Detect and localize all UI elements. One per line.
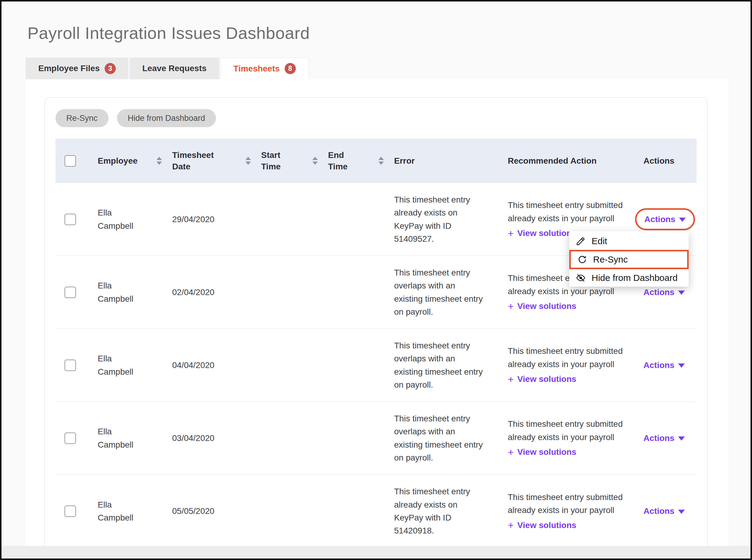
error-text: This timesheet entry overlaps with an ex… bbox=[394, 339, 486, 392]
table-header: Employee Timesheet Date Start Time End T… bbox=[56, 139, 696, 183]
tab-timesheets[interactable]: Timesheets 8 bbox=[220, 58, 309, 79]
row-checkbox[interactable] bbox=[64, 505, 76, 517]
tab-leave-requests[interactable]: Leave Requests bbox=[130, 58, 219, 79]
sort-icon[interactable] bbox=[378, 157, 384, 165]
sort-icon[interactable] bbox=[312, 157, 318, 165]
tab-label: Leave Requests bbox=[142, 64, 206, 73]
employee-name: Ella Campbell bbox=[98, 279, 143, 305]
recommended-action-text: This timesheet entry submitted already e… bbox=[508, 491, 627, 517]
timesheet-date: 03/04/2020 bbox=[172, 434, 214, 443]
timesheet-date: 05/05/2020 bbox=[172, 506, 214, 516]
column-header-end-time: End Time bbox=[328, 149, 394, 173]
hide-from-dashboard-button[interactable]: Hide from Dashboard bbox=[117, 109, 216, 127]
sort-icon[interactable] bbox=[245, 157, 251, 165]
row-checkbox[interactable] bbox=[64, 214, 76, 225]
actions-button[interactable]: Actions bbox=[644, 359, 685, 372]
menu-item-resync[interactable]: Re-Sync bbox=[569, 250, 689, 269]
actions-button[interactable]: Actions bbox=[644, 286, 685, 299]
error-text: This timesheet entry overlaps with an ex… bbox=[394, 266, 486, 319]
tab-label: Employee Files bbox=[38, 64, 100, 73]
caret-down-icon bbox=[678, 291, 685, 295]
plus-icon: + bbox=[508, 301, 514, 311]
column-header-employee: Employee bbox=[98, 156, 172, 166]
column-header-start-time: Start Time bbox=[261, 149, 328, 173]
column-header-timesheet-date: Timesheet Date bbox=[172, 149, 261, 173]
timesheet-date: 04/04/2020 bbox=[172, 360, 214, 370]
tab-badge: 8 bbox=[285, 63, 296, 74]
resync-icon bbox=[577, 255, 587, 264]
caret-down-icon bbox=[678, 363, 685, 368]
plus-icon: + bbox=[508, 447, 514, 457]
row-checkbox[interactable] bbox=[64, 433, 76, 444]
column-header-actions: Actions bbox=[644, 156, 697, 166]
table-row: Ella Campbell 04/04/2020 This timesheet … bbox=[56, 329, 696, 402]
recommended-action-text: This timesheet entry submitted already e… bbox=[508, 199, 627, 225]
bulk-actions-toolbar: Re-Sync Hide from Dashboard bbox=[56, 109, 696, 127]
view-solutions-link[interactable]: + View solutions bbox=[508, 519, 644, 532]
recommended-action-text: This timesheet entry submitted already e… bbox=[508, 417, 627, 444]
actions-button[interactable]: Actions bbox=[644, 504, 685, 518]
page-bottom-strip bbox=[1, 546, 751, 559]
view-solutions-link[interactable]: + View solutions bbox=[508, 445, 644, 458]
employee-name: Ella Campbell bbox=[98, 498, 143, 524]
table-row: Ella Campbell 05/05/2020 This timesheet … bbox=[56, 475, 696, 546]
plus-icon: + bbox=[508, 520, 514, 530]
column-header-recommended-action: Recommended Action bbox=[508, 156, 644, 166]
select-all-checkbox[interactable] bbox=[64, 155, 76, 167]
tab-badge: 3 bbox=[105, 63, 116, 74]
tab-employee-files[interactable]: Employee Files 3 bbox=[26, 58, 128, 79]
plus-icon: + bbox=[508, 228, 514, 238]
recommended-action-text: This timesheet entry submitted already e… bbox=[508, 344, 627, 371]
column-header-error: Error bbox=[394, 156, 508, 166]
view-solutions-link[interactable]: + View solutions bbox=[508, 373, 644, 385]
plus-icon: + bbox=[508, 374, 514, 384]
timesheet-date: 02/04/2020 bbox=[172, 287, 214, 297]
caret-down-icon bbox=[678, 510, 685, 514]
payroll-dashboard-screen: Payroll Integration Issues Dashboard Emp… bbox=[0, 0, 752, 560]
actions-highlight-annotation: Actions bbox=[635, 208, 695, 230]
view-solutions-link[interactable]: + View solutions bbox=[508, 300, 644, 313]
employee-name: Ella Campbell bbox=[98, 206, 143, 233]
tab-label: Timesheets bbox=[233, 64, 280, 74]
pencil-icon bbox=[576, 236, 586, 246]
error-text: This timesheet entry already exists on K… bbox=[394, 193, 486, 246]
actions-dropdown-menu: Edit Re-Sync Hide from Dashboard bbox=[569, 231, 689, 287]
employee-name: Ella Campbell bbox=[98, 352, 143, 378]
row-checkbox[interactable] bbox=[64, 360, 76, 371]
error-text: This timesheet entry already exists on K… bbox=[394, 485, 486, 537]
resync-button[interactable]: Re-Sync bbox=[56, 109, 108, 127]
menu-item-hide-from-dashboard[interactable]: Hide from Dashboard bbox=[569, 269, 689, 287]
menu-item-edit[interactable]: Edit bbox=[569, 233, 689, 250]
main-panel: Re-Sync Hide from Dashboard Employee Tim… bbox=[26, 79, 729, 546]
caret-down-icon bbox=[679, 218, 686, 222]
page-title: Payroll Integration Issues Dashboard bbox=[27, 23, 310, 43]
sort-icon[interactable] bbox=[157, 157, 162, 165]
row-checkbox[interactable] bbox=[64, 287, 76, 298]
error-text: This timesheet entry overlaps with an ex… bbox=[394, 412, 486, 464]
caret-down-icon bbox=[678, 436, 685, 441]
tab-bar: Employee Files 3 Leave Requests Timeshee… bbox=[26, 58, 310, 79]
actions-button[interactable]: Actions bbox=[645, 213, 686, 226]
issues-card: Re-Sync Hide from Dashboard Employee Tim… bbox=[45, 97, 707, 546]
eye-off-icon bbox=[576, 273, 586, 283]
table-row: Ella Campbell 03/04/2020 This timesheet … bbox=[56, 402, 696, 475]
actions-button[interactable]: Actions bbox=[644, 432, 685, 444]
employee-name: Ella Campbell bbox=[98, 425, 143, 451]
timesheet-date: 29/04/2020 bbox=[172, 215, 214, 224]
